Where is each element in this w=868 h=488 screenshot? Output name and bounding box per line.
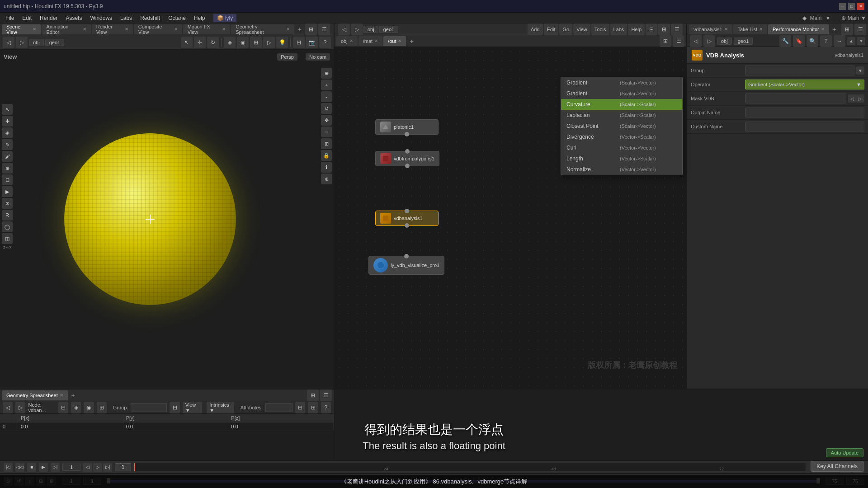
ng-help-btn[interactable]: Help	[628, 23, 645, 35]
path-obj-btn[interactable]: obj	[29, 39, 44, 46]
ng-view-btn[interactable]: View	[573, 23, 590, 35]
frame-start-input[interactable]	[62, 464, 80, 471]
ng-maximize-icon[interactable]: ⊞	[658, 23, 670, 35]
tab-scene-view[interactable]: Scene View ✕	[2, 24, 41, 34]
render-btn[interactable]: ▷	[263, 37, 275, 48]
group-menu-btn[interactable]: ▼	[856, 66, 864, 75]
mask-vdb-input[interactable]	[745, 94, 846, 103]
platonic1-out[interactable]	[405, 132, 409, 136]
ss-intrinsics-dropdown[interactable]: Intrinsics ▼	[207, 402, 234, 413]
ss-node-icon1[interactable]: ⊟	[58, 402, 68, 413]
select-mode-btn[interactable]: ↖	[2, 104, 13, 115]
menu-file[interactable]: File	[2, 14, 18, 22]
dropdown-item-gradient1[interactable]: Gradient (Scalar->Vector)	[561, 77, 682, 88]
props-obj-btn[interactable]: obj	[717, 38, 732, 45]
ng-right-menu[interactable]: ☰	[673, 35, 684, 47]
dropdown-item-closest-point[interactable]: Closest Point (Scalar->Vector)	[561, 121, 682, 131]
camera-btn[interactable]: 📷	[306, 37, 318, 48]
props-nav-down[interactable]: ▼	[857, 37, 865, 45]
vis-mode-btn[interactable]: ◈	[224, 37, 236, 48]
ng-right-max[interactable]: ⊞	[660, 35, 671, 47]
close-button[interactable]: ✕	[857, 3, 864, 10]
menu-help[interactable]: Help	[190, 14, 209, 22]
right-menu-btn[interactable]: ☰	[854, 23, 866, 35]
props-nav-fwd[interactable]: ▷	[703, 35, 715, 47]
playhead[interactable]	[134, 463, 135, 471]
minimize-button[interactable]: ─	[839, 3, 846, 10]
quad-btn[interactable]: ⊕	[321, 174, 332, 184]
maximize-panel-btn[interactable]: ⊞	[305, 23, 317, 35]
zoom-out-btn[interactable]: -	[321, 91, 332, 102]
anim-btn[interactable]: ▶	[2, 186, 13, 197]
props-icon3[interactable]: 🔍	[807, 35, 818, 47]
deform-btn[interactable]: ◈	[2, 127, 13, 138]
tab-out[interactable]: /out ✕	[383, 36, 406, 46]
operator-dropdown-menu[interactable]: Gradient (Scalar->Vector) Gradient (Scal…	[561, 77, 683, 175]
zoom-in-btn[interactable]: +	[321, 80, 332, 90]
key-all-channels-button[interactable]: Key All Channels	[811, 461, 863, 472]
ss-help-btn[interactable]: ?	[321, 402, 331, 413]
props-icon4[interactable]: ?	[820, 35, 832, 47]
transport-start[interactable]: |◁	[4, 463, 13, 472]
menu-labs[interactable]: Labs	[117, 14, 136, 22]
light-btn[interactable]: 💡	[276, 37, 288, 48]
transport-prev[interactable]: ◁◁	[15, 463, 24, 472]
menu-octane[interactable]: Octane	[165, 14, 189, 22]
ng-go-btn[interactable]: Go	[559, 23, 572, 35]
add-right-tab[interactable]: +	[830, 26, 839, 33]
ss-group-input[interactable]	[131, 403, 167, 412]
props-icon2[interactable]: 🔖	[793, 35, 805, 47]
menu-windows[interactable]: Windows	[86, 14, 116, 22]
ng-geo-btn[interactable]: geo1	[379, 26, 398, 33]
orbit-btn[interactable]: ↺	[321, 103, 332, 114]
shading-btn[interactable]: ◉	[237, 37, 249, 48]
ss-attrs-input[interactable]	[265, 403, 292, 412]
node-platonic1[interactable]: platonic1	[375, 119, 439, 135]
props-icon1[interactable]: 🔧	[779, 35, 791, 47]
menu-assets[interactable]: Assets	[62, 14, 85, 22]
timeline-ruler[interactable]: 24 48 72	[134, 463, 806, 472]
vdbanalysis1-out[interactable]	[405, 223, 409, 228]
ss-nav-fwd[interactable]: ▷	[15, 402, 25, 413]
auto-update-button[interactable]: Auto Update	[826, 448, 863, 457]
nav-back-btn[interactable]: ◁	[3, 37, 14, 48]
transport-end[interactable]: ▷|	[51, 463, 60, 472]
maximize-button[interactable]: □	[848, 3, 855, 10]
ss-node-icon2[interactable]: ◈	[71, 402, 81, 413]
tab-geo-spreadsheet[interactable]: Geometry Spreadsheet ✕	[231, 24, 294, 34]
output-name-input[interactable]	[745, 108, 864, 117]
light-vp-btn[interactable]: ◯	[2, 221, 13, 232]
add-tab-button[interactable]: +	[295, 26, 304, 33]
viewport-3d[interactable]: View Persp No cam ↖ ✚ ◈ ✎ 🖌 ⊕ ⊟ ▶	[0, 50, 334, 389]
operator-dropdown-btn[interactable]: Gradient (Scalar->Vector) ▼	[745, 80, 864, 89]
dyn-btn[interactable]: ⊛	[2, 198, 13, 209]
ss-node-icon4[interactable]: ⊞	[97, 402, 107, 413]
ng-labs-btn[interactable]: Labs	[610, 23, 627, 35]
props-icon5[interactable]: →	[834, 35, 845, 47]
persp-selector[interactable]: Persp	[277, 53, 297, 61]
tab-motion-fx[interactable]: Motion FX View ✕	[183, 24, 231, 34]
paint-btn[interactable]: 🖌	[2, 151, 13, 162]
nav-fwd-ng[interactable]: ▷	[351, 23, 363, 35]
ng-edit-btn[interactable]: Edit	[544, 23, 559, 35]
custom-name-input[interactable]	[745, 122, 864, 131]
dropdown-item-curvature[interactable]: Curvature (Scalar->Scalar)	[561, 99, 682, 110]
right-max-btn[interactable]: ⊞	[841, 23, 853, 35]
menu-edit[interactable]: Edit	[19, 14, 35, 22]
grid-btn[interactable]: ⊟	[293, 37, 305, 48]
transform-tool[interactable]: ✛	[194, 37, 206, 48]
dropdown-item-laplacian[interactable]: Laplacian (Scalar->Scalar)	[561, 110, 682, 121]
nav-back-ng[interactable]: ◁	[338, 23, 350, 35]
nav-fwd-btn[interactable]: ▷	[16, 37, 28, 48]
wireframe-btn[interactable]: ⊞	[250, 37, 262, 48]
panel-menu-btn[interactable]: ☰	[318, 23, 330, 35]
zoom-fit-btn[interactable]: ⊕	[321, 68, 332, 79]
transport-prev-frame[interactable]: ◁	[83, 463, 92, 472]
tab-vdbanalysis1[interactable]: vdbanalysis1 ✕	[689, 24, 732, 34]
vdbanalysis1-in[interactable]	[405, 209, 409, 213]
ng-add-btn[interactable]: Add	[528, 23, 543, 35]
select-tool[interactable]: ↖	[181, 37, 193, 48]
ss-filter-btn[interactable]: ⊟	[170, 402, 179, 413]
ss-max-btn[interactable]: ⊞	[307, 389, 319, 401]
pan-btn[interactable]: ✥	[321, 115, 332, 126]
